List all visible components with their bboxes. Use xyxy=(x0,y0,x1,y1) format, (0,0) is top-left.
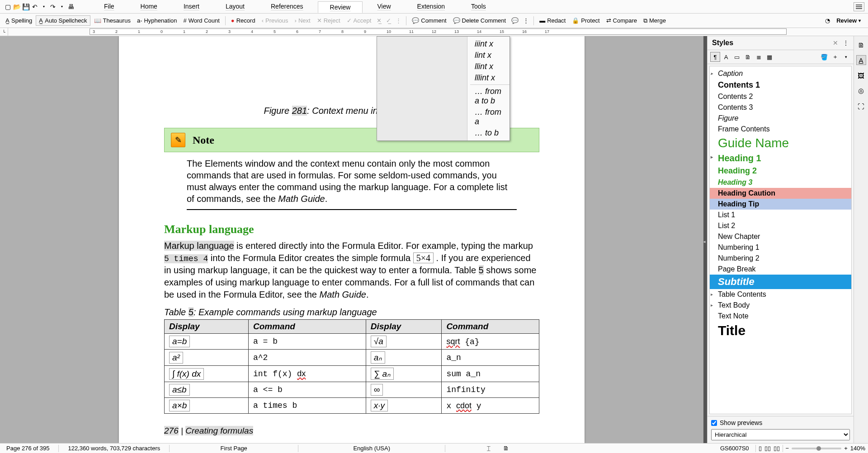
side-navigator-icon[interactable]: ◎ xyxy=(856,86,866,96)
menu-extension[interactable]: Extension xyxy=(406,1,457,13)
style-item[interactable]: Guide Name xyxy=(710,135,851,152)
style-item[interactable]: Numbering 1 xyxy=(710,242,851,253)
menu-hamburger[interactable] xyxy=(854,2,864,11)
merge-button[interactable]: ⧉Merge xyxy=(641,16,669,26)
reject-button[interactable]: ✕Reject xyxy=(314,16,343,25)
accept-all-icon[interactable]: ✓̲ xyxy=(384,17,393,24)
status-language[interactable]: English (USA) xyxy=(304,445,439,452)
style-item[interactable]: Heading 2 xyxy=(710,165,851,177)
styles-menu-icon[interactable]: ⋮ xyxy=(843,39,849,47)
zoom-in-icon[interactable]: + xyxy=(844,445,848,452)
accept-button[interactable]: ✓Accept xyxy=(344,16,374,25)
style-item[interactable]: Contents 2 xyxy=(710,91,851,102)
para-styles-icon[interactable]: ¶ xyxy=(710,52,720,62)
menu-review[interactable]: Review xyxy=(318,1,363,13)
style-item[interactable]: Heading Tip xyxy=(710,199,851,210)
zoom-slider[interactable] xyxy=(792,448,841,449)
redo-dropdown-icon[interactable]: ▾ xyxy=(58,3,66,11)
menu-references[interactable]: References xyxy=(259,1,315,13)
style-item[interactable]: Subtitle xyxy=(710,275,851,289)
view-book-icon[interactable]: ▯▯ xyxy=(774,445,780,452)
comment-nav-icon[interactable]: 💬 xyxy=(509,17,520,24)
ctx-item[interactable]: … from a to b xyxy=(470,86,509,107)
open-icon[interactable]: 📂 xyxy=(13,3,21,11)
menu-home[interactable]: Home xyxy=(129,1,169,13)
style-dropdown-icon[interactable]: ▾ xyxy=(841,52,851,62)
style-item[interactable]: Contents 3 xyxy=(710,102,851,113)
style-item[interactable]: ▸Text Body xyxy=(710,300,851,311)
style-item[interactable]: Contents 1 xyxy=(710,79,851,91)
record-button[interactable]: ●Record xyxy=(228,16,258,25)
style-item[interactable]: Numbering 2 xyxy=(710,253,851,264)
thesaurus-button[interactable]: 📖Thesaurus xyxy=(91,16,133,25)
ctx-item[interactable]: lllint x xyxy=(470,72,509,84)
panel-splitter[interactable] xyxy=(703,36,707,443)
print-icon[interactable]: 🖶 xyxy=(67,3,75,11)
table-styles-icon[interactable]: ▦ xyxy=(764,52,774,62)
style-item[interactable]: New Chapter xyxy=(710,231,851,242)
word-count-button[interactable]: #Word Count xyxy=(180,16,222,25)
style-item[interactable]: List 2 xyxy=(710,220,851,231)
undo-icon[interactable]: ↶ xyxy=(31,3,39,11)
ruler-corner[interactable]: └ xyxy=(0,28,8,36)
compare-button[interactable]: ⇄Compare xyxy=(604,16,640,25)
comment-dropdown-icon[interactable]: ⋮ xyxy=(521,17,531,24)
list-styles-icon[interactable]: ≣ xyxy=(754,52,764,62)
zoom-out-icon[interactable]: − xyxy=(786,445,789,452)
side-styles-icon[interactable]: A xyxy=(856,55,866,65)
delete-comment-button[interactable]: 💬Delete Comment xyxy=(450,16,509,25)
next-button[interactable]: ›Next xyxy=(292,16,313,25)
style-item[interactable]: Title xyxy=(710,322,851,340)
side-gallery-icon[interactable]: 🖼 xyxy=(856,70,866,80)
style-item[interactable]: Heading 3 xyxy=(710,177,851,188)
review-tab-button[interactable]: Review▾ xyxy=(832,15,865,26)
ctx-item[interactable]: lint x xyxy=(470,50,509,61)
view-single-icon[interactable]: ▯ xyxy=(759,445,762,452)
status-words[interactable]: 122,360 words, 703,729 characters xyxy=(64,445,164,452)
zoom-value[interactable]: 140% xyxy=(850,445,865,452)
save-icon[interactable]: 💾 xyxy=(22,3,30,11)
status-page[interactable]: Page 276 of 395 xyxy=(3,445,53,452)
auto-spellcheck-button[interactable]: A̲Auto Spellcheck xyxy=(36,15,90,26)
status-signature[interactable]: 🗎 xyxy=(500,445,513,452)
status-page-style[interactable]: First Page xyxy=(175,445,292,452)
ctx-item[interactable]: … to b xyxy=(470,127,509,139)
view-multi-icon[interactable]: ▯▯ xyxy=(764,445,771,452)
reject-all-icon[interactable]: ✕̲ xyxy=(375,17,383,24)
spelling-button[interactable]: A̲Spelling xyxy=(3,16,35,25)
ctx-item[interactable]: iiint x xyxy=(470,38,509,50)
menu-insert[interactable]: Insert xyxy=(172,1,211,13)
menu-tools[interactable]: Tools xyxy=(459,1,498,13)
menu-layout[interactable]: Layout xyxy=(214,1,256,13)
style-item[interactable]: ▸Heading 1 xyxy=(710,152,851,165)
style-item[interactable]: Figure xyxy=(710,113,851,124)
protect-button[interactable]: 🔒Protect xyxy=(569,16,602,25)
style-item[interactable]: List 1 xyxy=(710,210,851,220)
frame-styles-icon[interactable]: ▭ xyxy=(732,52,742,62)
page-styles-icon[interactable]: 🗎 xyxy=(743,52,753,62)
style-item[interactable]: ▸Table Contents xyxy=(710,289,851,300)
style-item[interactable]: Heading Caution xyxy=(710,188,851,199)
char-styles-icon[interactable]: A xyxy=(721,52,731,62)
style-item[interactable]: ▸Caption xyxy=(710,68,851,79)
style-item[interactable]: Page Break xyxy=(710,264,851,275)
status-selection-mode[interactable]: ⌶ xyxy=(483,445,494,452)
side-properties-icon[interactable]: 🗎 xyxy=(856,40,866,50)
menu-view[interactable]: View xyxy=(365,1,402,13)
new-icon[interactable]: ▢ xyxy=(4,3,12,11)
hyphenation-button[interactable]: a-Hyphenation xyxy=(134,16,180,25)
menu-file[interactable]: File xyxy=(92,1,126,13)
horizontal-ruler[interactable]: 32101234567891011121314151617 xyxy=(90,28,787,35)
track-dropdown-icon[interactable]: ⋮ xyxy=(394,17,403,24)
ctx-item[interactable]: … from a xyxy=(470,107,509,127)
styles-filter-select[interactable]: Hierarchical xyxy=(711,429,850,440)
ctx-item[interactable]: llint x xyxy=(470,61,509,72)
side-page-icon[interactable]: ⛶ xyxy=(856,101,866,111)
previous-button[interactable]: ‹Previous xyxy=(259,16,291,25)
undo-dropdown-icon[interactable]: ▾ xyxy=(40,3,48,11)
comment-button[interactable]: 💬Comment xyxy=(409,16,449,25)
status-icon[interactable]: ◔ xyxy=(825,17,830,24)
fill-format-icon[interactable]: 🪣 xyxy=(819,52,829,62)
style-item[interactable]: Frame Contents xyxy=(710,124,851,135)
redo-icon[interactable]: ↷ xyxy=(49,3,57,11)
